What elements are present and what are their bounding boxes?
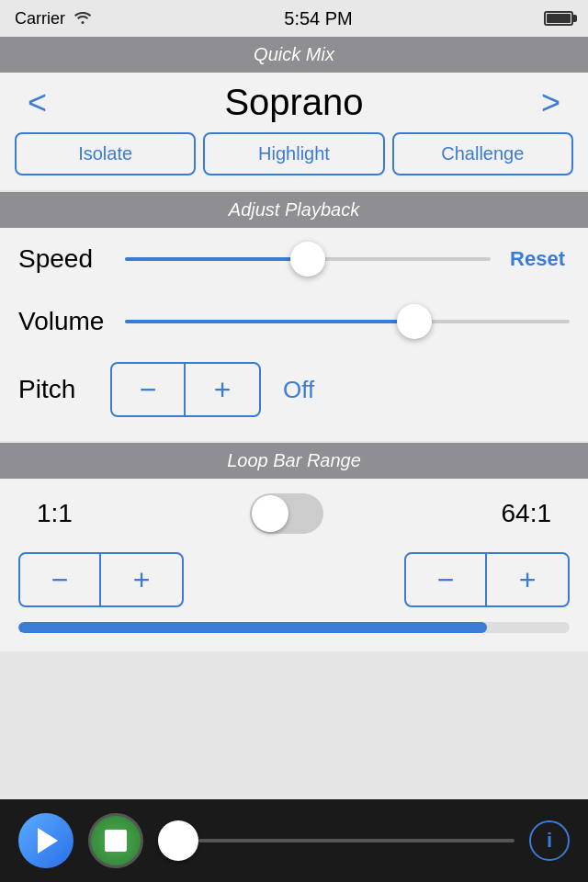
speed-row: Speed Reset: [0, 228, 588, 290]
battery-icon: [544, 11, 573, 26]
mode-buttons: Isolate Highlight Challenge: [0, 132, 588, 175]
speed-fill: [125, 257, 308, 261]
speed-slider-container[interactable]: [125, 241, 491, 277]
pitch-controls: − +: [110, 362, 261, 417]
quick-mix-panel: Quick Mix < Soprano > Isolate Highlight …: [0, 37, 588, 190]
progress-track[interactable]: [18, 622, 570, 633]
pitch-row: Pitch − + Off: [0, 353, 588, 426]
status-bar: Carrier 5:54 PM: [0, 0, 588, 37]
loop-end-value: 64:1: [502, 499, 552, 528]
wifi-icon: [73, 9, 93, 28]
play-button[interactable]: [18, 813, 74, 868]
info-button[interactable]: i: [529, 820, 570, 861]
loop-end-stepper: − +: [404, 552, 570, 607]
pitch-minus-button[interactable]: −: [112, 364, 186, 415]
challenge-button[interactable]: Challenge: [392, 132, 573, 175]
speed-thumb[interactable]: [290, 242, 325, 277]
speed-label: Speed: [18, 244, 110, 274]
carrier-label: Carrier: [15, 9, 65, 28]
status-left: Carrier: [15, 9, 93, 28]
next-voice-button[interactable]: >: [532, 84, 570, 122]
playback-slider[interactable]: [158, 820, 514, 861]
volume-track: [125, 320, 570, 323]
play-icon: [38, 828, 58, 854]
loop-bar-range-panel: Loop Bar Range 1:1 64:1 − + − +: [0, 443, 588, 651]
playback-thumb[interactable]: [158, 820, 198, 861]
loop-bar-range-header: Loop Bar Range: [0, 443, 588, 479]
loop-start-minus-button[interactable]: −: [20, 554, 101, 605]
stop-icon: [105, 830, 127, 852]
adjust-playback-header: Adjust Playback: [0, 192, 588, 228]
volume-thumb[interactable]: [397, 304, 432, 339]
playback-track: [198, 839, 514, 842]
stop-button[interactable]: [88, 813, 143, 868]
loop-stepper-row: − + − +: [0, 548, 588, 618]
voice-selector: < Soprano >: [0, 73, 588, 132]
pitch-label: Pitch: [18, 375, 110, 404]
voice-name: Soprano: [224, 82, 363, 123]
status-right: [544, 11, 573, 26]
loop-start-value: 1:1: [37, 499, 73, 528]
volume-slider-container[interactable]: [125, 303, 570, 340]
pitch-plus-button[interactable]: +: [186, 364, 259, 415]
volume-label: Volume: [18, 307, 110, 336]
progress-fill: [18, 622, 487, 633]
isolate-button[interactable]: Isolate: [15, 132, 196, 175]
loop-end-minus-button[interactable]: −: [406, 554, 487, 605]
loop-start-plus-button[interactable]: +: [101, 554, 182, 605]
pitch-off-label: Off: [283, 376, 314, 404]
loop-range-row: 1:1 64:1: [0, 479, 588, 548]
bottom-bar: i: [0, 799, 588, 882]
loop-end-plus-button[interactable]: +: [487, 554, 568, 605]
status-time: 5:54 PM: [284, 8, 352, 29]
adjust-playback-panel: Adjust Playback Speed Reset Volume Pitch…: [0, 192, 588, 441]
highlight-button[interactable]: Highlight: [203, 132, 384, 175]
loop-start-stepper: − +: [18, 552, 184, 607]
reset-button[interactable]: Reset: [505, 247, 570, 271]
toggle-knob: [252, 495, 288, 532]
volume-row: Volume: [0, 290, 588, 353]
prev-voice-button[interactable]: <: [18, 84, 56, 122]
progress-bar-row: [0, 618, 588, 633]
volume-fill: [125, 320, 414, 323]
quick-mix-header: Quick Mix: [0, 37, 588, 73]
loop-toggle[interactable]: [250, 493, 323, 534]
